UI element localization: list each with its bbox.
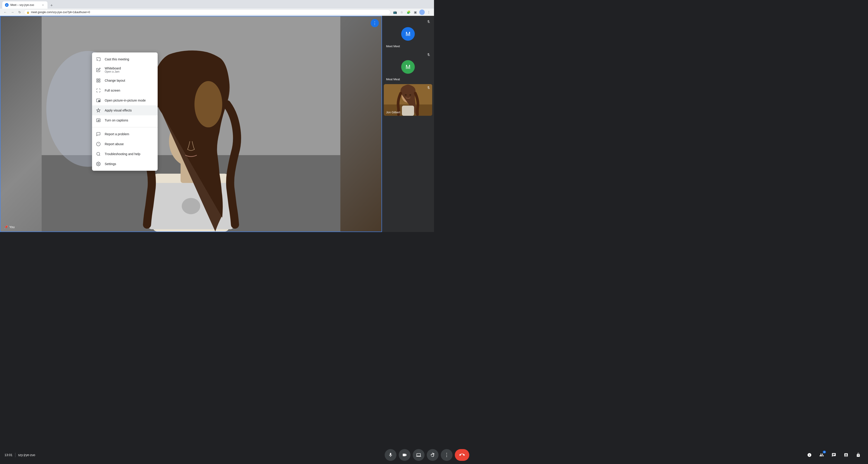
participant-name-meat-meat: Meat Meat xyxy=(386,78,400,81)
menu-item-effects-label: Apply visual effects xyxy=(105,109,132,112)
troubleshoot-icon xyxy=(96,151,101,157)
menu-item-fullscreen[interactable]: Full screen xyxy=(92,86,158,95)
chrome-menu-icon[interactable]: ⋮ xyxy=(426,9,432,15)
participant-card-jon-gilbert: Jon Gilbert xyxy=(384,84,432,116)
svg-point-24 xyxy=(97,152,100,155)
menu-item-layout-label: Change layout xyxy=(105,79,125,82)
menu-item-whiteboard-content: Whiteboard Open a Jam xyxy=(105,66,121,73)
menu-item-layout-content: Change layout xyxy=(105,79,125,82)
menu-item-report-abuse[interactable]: Report abuse xyxy=(92,139,158,149)
menu-item-cast[interactable]: Cast this meeting xyxy=(92,54,158,64)
menu-item-report-abuse-content: Report abuse xyxy=(105,142,124,146)
menu-item-report-problem-label: Report a problem xyxy=(105,132,129,136)
fullscreen-menu-icon xyxy=(96,88,101,93)
meet-container: 📌 You ⋮ Cast this meeting xyxy=(0,16,434,232)
you-label: 📌 You xyxy=(4,225,15,229)
report-abuse-icon xyxy=(96,141,101,147)
menu-item-effects[interactable]: Apply visual effects xyxy=(92,105,158,115)
svg-rect-16 xyxy=(97,81,98,82)
participant-mute-jon-gilbert xyxy=(427,86,430,90)
participant-name-meet-meet: Meet Meet xyxy=(386,44,400,48)
menu-item-report-problem[interactable]: Report a problem xyxy=(92,129,158,139)
tab-title: Meet – szy-jrye-zuo xyxy=(10,3,34,6)
svg-point-10 xyxy=(196,137,202,141)
participant-name-jon-gilbert: Jon Gilbert xyxy=(386,111,400,114)
main-video-area: 📌 You ⋮ Cast this meeting xyxy=(0,16,382,232)
cast-icon[interactable]: 📺 xyxy=(392,9,398,15)
svg-rect-15 xyxy=(99,81,100,82)
cast-menu-icon xyxy=(96,57,101,62)
participant-avatar-letter-meet-meet: M xyxy=(405,31,410,37)
menu-item-whiteboard-sublabel: Open a Jam xyxy=(105,70,121,73)
new-tab-button[interactable]: + xyxy=(49,2,55,9)
address-url: meet.google.com/szy-jrye-zuo?pli=1&authu… xyxy=(31,11,90,14)
participant-card-meat-meat: M Meat Meat xyxy=(384,51,432,83)
participant-card-meet-meet: M Meet Meet xyxy=(384,18,432,50)
tab-bar: M Meet – szy-jrye-zuo × + xyxy=(0,0,434,9)
svg-point-9 xyxy=(180,137,186,141)
menu-item-cast-content: Cast this meeting xyxy=(105,57,129,61)
menu-item-whiteboard[interactable]: Whiteboard Open a Jam xyxy=(92,64,158,75)
svg-point-6 xyxy=(182,198,200,214)
menu-item-troubleshoot-content: Troubleshooting and help xyxy=(105,152,141,156)
context-menu: Cast this meeting Whiteboard Open a Jam xyxy=(92,53,158,171)
svg-rect-20 xyxy=(99,120,99,121)
active-tab[interactable]: M Meet – szy-jrye-zuo × xyxy=(2,1,48,9)
menu-item-troubleshoot[interactable]: Troubleshooting and help xyxy=(92,149,158,159)
svg-point-29 xyxy=(405,94,407,96)
video-feed xyxy=(0,16,381,231)
settings-menu-icon xyxy=(96,161,101,167)
sidebar: M Meet Meet M Meat Meat xyxy=(382,16,434,232)
profile-avatar xyxy=(419,9,425,15)
pin-icon: 📌 xyxy=(4,225,8,229)
more-options-button[interactable]: ⋮ xyxy=(371,19,379,27)
svg-rect-14 xyxy=(99,79,100,80)
svg-rect-31 xyxy=(402,105,414,116)
menu-item-whiteboard-label: Whiteboard xyxy=(105,66,121,70)
svg-point-25 xyxy=(98,163,99,165)
svg-point-11 xyxy=(194,81,222,127)
nav-bar: ← → ↻ 🔒 meet.google.com/szy-jrye-zuo?pli… xyxy=(0,9,434,16)
refresh-button[interactable]: ↻ xyxy=(17,9,23,15)
profile-button[interactable] xyxy=(419,9,425,15)
participant-avatar-letter-meat-meat: M xyxy=(405,64,410,70)
report-problem-icon xyxy=(96,131,101,137)
browser-chrome: M Meet – szy-jrye-zuo × + ← → ↻ 🔒 meet.g… xyxy=(0,0,434,16)
menu-item-report-abuse-label: Report abuse xyxy=(105,142,124,146)
menu-item-effects-content: Apply visual effects xyxy=(105,109,132,112)
you-text: You xyxy=(9,225,15,229)
participant-mute-meet-meet xyxy=(427,20,430,24)
extensions-icon[interactable]: 🧩 xyxy=(405,9,411,15)
menu-item-captions-label: Turn on captions xyxy=(105,119,128,122)
forward-button[interactable]: → xyxy=(9,9,16,15)
back-button[interactable]: ← xyxy=(2,9,8,15)
menu-divider-1 xyxy=(92,127,158,127)
tab-favicon: M xyxy=(5,3,9,7)
menu-item-settings-label: Settings xyxy=(105,162,116,166)
video-background: 📌 You ⋮ xyxy=(0,16,381,231)
captions-menu-icon xyxy=(96,118,101,123)
pip-menu-icon xyxy=(96,98,101,103)
menu-item-layout[interactable]: Change layout xyxy=(92,75,158,86)
nav-right-icons: 📺 ☆ 🧩 ▣ ⋮ xyxy=(392,9,432,15)
menu-item-troubleshoot-label: Troubleshooting and help xyxy=(105,152,141,156)
address-bar[interactable]: 🔒 meet.google.com/szy-jrye-zuo?pli=1&aut… xyxy=(24,9,391,15)
menu-item-pip[interactable]: Open picture-in-picture mode xyxy=(92,95,158,105)
tab-close-button[interactable]: × xyxy=(41,3,45,7)
menu-item-pip-content: Open picture-in-picture mode xyxy=(105,99,146,102)
ssl-lock-icon: 🔒 xyxy=(27,11,30,14)
svg-rect-18 xyxy=(98,100,100,101)
svg-point-30 xyxy=(409,94,411,96)
layout-menu-icon xyxy=(96,78,101,83)
menu-item-pip-label: Open picture-in-picture mode xyxy=(105,99,146,102)
bookmark-icon[interactable]: ☆ xyxy=(399,9,405,15)
menu-item-captions[interactable]: Turn on captions xyxy=(92,115,158,125)
participant-mute-meat-meat xyxy=(427,53,430,57)
menu-item-cast-label: Cast this meeting xyxy=(105,57,129,61)
menu-item-settings[interactable]: Settings xyxy=(92,159,158,169)
menu-item-settings-content: Settings xyxy=(105,162,116,166)
menu-item-report-problem-content: Report a problem xyxy=(105,132,129,136)
participant-avatar-meat-meat: M xyxy=(401,60,415,74)
participant-avatar-meet-meet: M xyxy=(401,27,415,41)
sidebar-icon[interactable]: ▣ xyxy=(412,9,418,15)
